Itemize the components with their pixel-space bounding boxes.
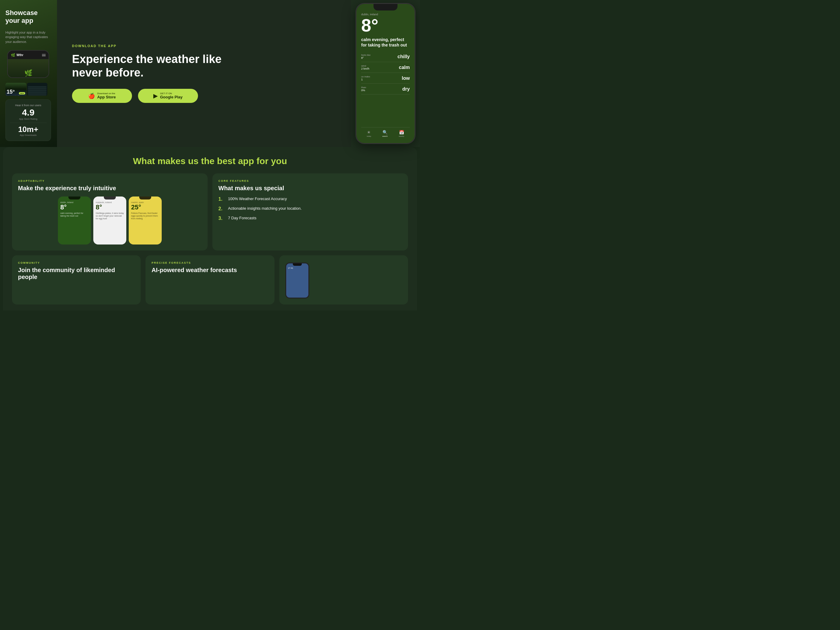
left-sidebar: Showcase your app Highlight your app in … bbox=[0, 0, 57, 147]
adapt-notch-3 bbox=[139, 196, 151, 199]
sidebar-subtitle: Highlight your app in a truly engaging w… bbox=[5, 30, 51, 44]
precise-tag: PRECISE FORECASTS bbox=[152, 261, 268, 264]
apple-icon: 🍎 bbox=[88, 93, 95, 99]
stat-label-feels: chilly bbox=[398, 54, 410, 59]
adapt-desc-1: calm evening, perfect for taking the tra… bbox=[60, 212, 88, 217]
sun-icon: ☀ bbox=[367, 130, 371, 135]
bottom-section-title: What makes us the best app for you bbox=[12, 156, 408, 166]
features-grid: ADAPTABILITY Make the experience truly i… bbox=[12, 174, 408, 251]
nav-search[interactable]: 🔍 search bbox=[382, 130, 388, 137]
stat-val-rain: 0% bbox=[361, 89, 366, 92]
precise-card: PRECISE FORECASTS AI-powered weather for… bbox=[145, 255, 274, 305]
adapt-desc-3: Felices Pascuas, find Easter eggs quickl… bbox=[131, 212, 159, 220]
app-store-top: Download on the bbox=[97, 92, 115, 95]
adapt-temp-2: 8° bbox=[96, 204, 124, 211]
core-features-title: What makes us special bbox=[218, 185, 402, 192]
downloads-label: App Downloads bbox=[10, 134, 46, 136]
search-icon: 🔍 bbox=[382, 130, 388, 135]
core-list: 1. 100% Weather Forecast Accuracy 2. Act… bbox=[218, 196, 402, 221]
community-card: COMMUNITY Join the community of likemind… bbox=[12, 255, 141, 305]
hamburger-icon bbox=[42, 54, 46, 57]
nav-weekly[interactable]: 📅 weekly bbox=[399, 130, 404, 137]
calendar-icon: 📅 bbox=[399, 130, 404, 135]
app-rating: 4.9 bbox=[10, 108, 46, 117]
nav-search-label: search bbox=[382, 135, 388, 137]
phone-nav: ☀ today 🔍 search 📅 weekly bbox=[361, 127, 410, 138]
core-text-2: Actionable insights matching your locati… bbox=[228, 206, 302, 211]
user-stats-box: Hear it from our users 4.9 App Store Rat… bbox=[5, 99, 51, 141]
google-play-button[interactable]: ▶ GET IT ON Google Play bbox=[138, 89, 198, 103]
phone-notch bbox=[374, 4, 398, 11]
core-number-2: 2. bbox=[218, 206, 224, 212]
phone-description: calm evening, perfect for taking the tra… bbox=[361, 37, 410, 48]
app-store-bottom: App Store bbox=[97, 95, 116, 99]
core-text-1: 100% Weather Forecast Accuracy bbox=[228, 196, 287, 202]
stat-val-feels: 8° bbox=[361, 57, 371, 59]
phone-screen: dublin, ireland 8° calm evening, perfect… bbox=[357, 4, 415, 143]
stat-row-rain: Rain 0% dry bbox=[361, 84, 410, 95]
play-icon: ▶ bbox=[153, 93, 158, 99]
adapt-phone-green: dublin, ireland 8° calm evening, perfect… bbox=[58, 196, 91, 245]
core-item-2: 2. Actionable insights matching your loc… bbox=[218, 206, 402, 212]
hear-label: Hear it from our users bbox=[10, 104, 46, 107]
adapt-phone-white: reykjavik, iceland 8° Gleðilega páska, i… bbox=[93, 196, 126, 245]
core-number-3: 3. bbox=[218, 216, 224, 221]
adapt-temp-3: 25° bbox=[131, 204, 159, 211]
core-text-3: 7 Day Forecasts bbox=[228, 216, 256, 221]
stat-row-feels: feels like 8° chilly bbox=[361, 51, 410, 62]
stats-divider bbox=[10, 123, 46, 123]
stat-key-uv: uv index bbox=[361, 75, 370, 78]
phone-screenshots: 15° happy easter, it's perfect weather f… bbox=[5, 83, 47, 96]
store-buttons: 🍎 Download on the App Store ▶ GET IT ON … bbox=[72, 89, 336, 103]
phone-stats: feels like 8° chilly wind 2 km/h calm bbox=[361, 51, 410, 127]
core-item-1: 1. 100% Weather Forecast Accuracy bbox=[218, 196, 402, 202]
bottom-row: COMMUNITY Join the community of likemind… bbox=[12, 255, 408, 305]
download-label: DOWNLOAD THE APP bbox=[72, 44, 336, 48]
google-play-top: GET IT ON bbox=[160, 92, 172, 95]
stat-label-uv: low bbox=[402, 76, 410, 81]
stat-key-rain: Rain bbox=[361, 86, 366, 89]
screenshot-2 bbox=[27, 83, 47, 96]
rating-label: App Store Rating bbox=[10, 118, 46, 120]
adapt-loc-1: dublin, ireland bbox=[60, 201, 88, 204]
phone-large-mockup: dublin, ireland 8° calm evening, perfect… bbox=[355, 3, 415, 144]
adaptability-title: Make the experience truly intuitive bbox=[18, 185, 202, 192]
adapt-desc-2: Gleðilega páska, it rains today so don't… bbox=[96, 212, 124, 220]
core-item-3: 3. 7 Day Forecasts bbox=[218, 216, 402, 221]
app-store-button[interactable]: 🍎 Download on the App Store bbox=[72, 89, 132, 103]
screenshot-1: 15° happy easter, it's perfect weather f… bbox=[5, 83, 27, 96]
leaf-icon-large: 🌿 bbox=[24, 69, 32, 77]
adapt-phone-yellow: madrid, spain 25° Felices Pascuas, find … bbox=[129, 196, 162, 245]
stat-row-uv: uv index 1 low bbox=[361, 73, 410, 84]
screenshot-badge: warm bbox=[19, 92, 25, 95]
phone-preview-card: 17:41 bbox=[279, 255, 408, 305]
core-number-1: 1. bbox=[218, 196, 224, 202]
small-phone-preview: 17:41 bbox=[285, 262, 309, 298]
stat-val-wind: 2 km/h bbox=[361, 67, 369, 70]
adapt-loc-3: madrid, spain bbox=[131, 201, 159, 204]
screenshot-desc: happy easter, it's perfect weather for e… bbox=[6, 95, 25, 96]
adapt-notch-2 bbox=[104, 196, 116, 199]
stat-key-feels: feels like bbox=[361, 54, 371, 57]
main-headline: Experience the weather like never before… bbox=[72, 52, 336, 80]
stat-label-rain: dry bbox=[402, 87, 410, 92]
stat-key-wind: wind bbox=[361, 65, 369, 67]
adapt-temp-1: 8° bbox=[60, 204, 88, 211]
stat-label-wind: calm bbox=[399, 65, 410, 70]
headline-line1: Experience the weather like bbox=[72, 53, 221, 65]
nav-weekly-label: weekly bbox=[399, 135, 404, 137]
core-features-card: CORE FEATURES What makes us special 1. 1… bbox=[212, 174, 408, 251]
bottom-section: What makes us the best app for you ADAPT… bbox=[3, 147, 417, 311]
phone-mockup-small: 🌿 Wthr 🌿 Wthr THE ULTIMATEAPP EXPERIENCE… bbox=[7, 50, 49, 78]
stat-row-wind: wind 2 km/h calm bbox=[361, 62, 410, 73]
core-features-tag: CORE FEATURES bbox=[218, 179, 402, 182]
nav-today[interactable]: ☀ today bbox=[366, 130, 371, 137]
community-title: Join the community of likeminded people bbox=[18, 267, 135, 281]
adaptability-card: ADAPTABILITY Make the experience truly i… bbox=[12, 174, 208, 251]
main-center: DOWNLOAD THE APP Experience the weather … bbox=[57, 0, 351, 147]
phone-temperature: 8° bbox=[361, 16, 410, 35]
right-phone-area: dublin, ireland 8° calm evening, perfect… bbox=[351, 0, 420, 147]
sidebar-title: Showcase your app bbox=[5, 9, 51, 25]
adaptability-phones: dublin, ireland 8° calm evening, perfect… bbox=[18, 196, 202, 245]
top-section: Showcase your app Highlight your app in … bbox=[0, 0, 420, 147]
